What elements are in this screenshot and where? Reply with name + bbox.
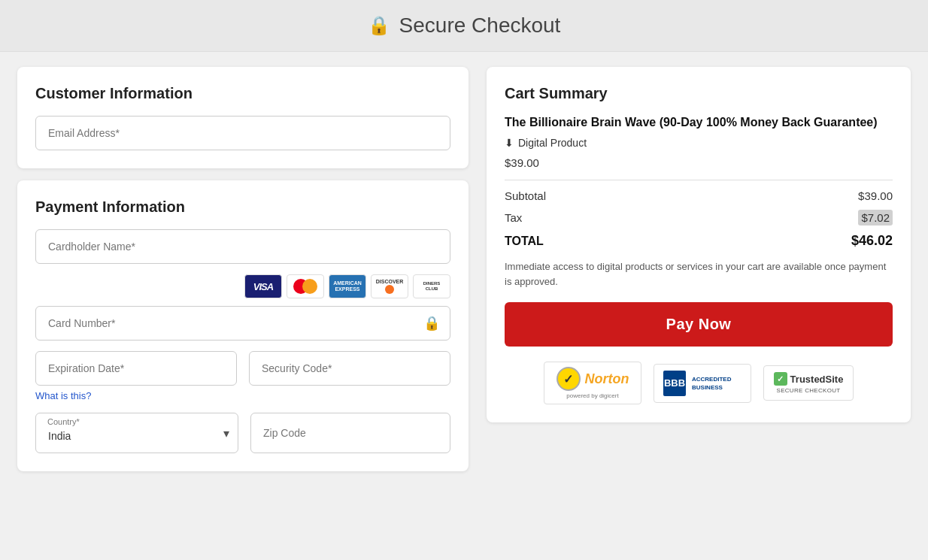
- diners-club-icon: DINERSCLUB: [413, 274, 450, 298]
- total-label: TOTAL: [505, 235, 544, 248]
- digital-product-badge: ⬇ Digital Product: [505, 137, 893, 149]
- trusted-check-icon: ✓: [774, 372, 787, 386]
- customer-section-title: Customer Information: [35, 85, 450, 102]
- zip-code-field[interactable]: [250, 413, 450, 453]
- amex-icon: AMERICANEXPRESS: [329, 274, 366, 298]
- bbb-logo-icon: BBB: [663, 371, 686, 396]
- right-panel: Cart Summary The Billionaire Brain Wave …: [487, 67, 911, 471]
- card-number-wrapper: 🔒: [35, 306, 450, 341]
- tax-value: $7.02: [858, 210, 893, 226]
- product-name: The Billionaire Brain Wave (90-Day 100% …: [505, 114, 893, 131]
- mastercard-icon: [287, 274, 324, 298]
- norton-text: Norton: [585, 371, 629, 387]
- trusted-sub: SECURE CHECKOUT: [777, 387, 841, 394]
- card-number-field[interactable]: [35, 306, 450, 341]
- security-code-field[interactable]: [249, 351, 450, 386]
- bbb-badge: BBB ACCREDITEDBUSINESS: [654, 364, 751, 403]
- left-panel: Customer Information Payment Information…: [17, 67, 469, 471]
- subtotal-value: $39.00: [858, 189, 893, 202]
- bbb-text: ACCREDITEDBUSINESS: [692, 375, 731, 392]
- lock-icon: 🔒: [368, 15, 390, 36]
- payment-section-title: Payment Information: [35, 198, 450, 216]
- cart-summary-card: Cart Summary The Billionaire Brain Wave …: [487, 67, 911, 422]
- norton-checkmark-icon: ✓: [556, 367, 581, 391]
- country-select-wrapper: Country* India United States United King…: [35, 413, 238, 453]
- visa-icon: VISA: [244, 274, 282, 298]
- trust-badges: ✓ Norton powered by digicert BBB ACCREDI…: [505, 362, 893, 404]
- country-zip-row: Country* India United States United King…: [35, 413, 450, 453]
- trusted-top: ✓ TrustedSite: [774, 372, 844, 386]
- main-container: Customer Information Payment Information…: [5, 52, 923, 486]
- cart-title: Cart Summary: [505, 85, 893, 102]
- expiry-security-row: [35, 351, 450, 386]
- access-note: Immediate access to digital products or …: [505, 259, 893, 289]
- divider-1: [505, 180, 893, 180]
- total-row: TOTAL $46.02: [505, 233, 893, 249]
- pay-now-button[interactable]: Pay Now: [505, 302, 893, 347]
- download-icon: ⬇: [505, 137, 514, 149]
- trusted-name: TrustedSite: [790, 374, 844, 385]
- norton-sub: powered by digicert: [566, 392, 618, 399]
- tax-label: Tax: [505, 211, 522, 224]
- cardholder-name-field[interactable]: [35, 229, 450, 264]
- expiry-field[interactable]: [35, 351, 237, 386]
- card-lock-icon: 🔒: [423, 315, 440, 331]
- trusted-site-badge: ✓ TrustedSite SECURE CHECKOUT: [763, 365, 854, 401]
- subtotal-row: Subtotal $39.00: [505, 189, 893, 202]
- payment-info-card: Payment Information VISA AMERICANEXPRESS…: [17, 180, 469, 471]
- card-icons-row: VISA AMERICANEXPRESS DISCOVER DINERSCLUB: [35, 274, 450, 298]
- page-header: 🔒 Secure Checkout: [0, 0, 928, 52]
- what-is-this-link[interactable]: What is this?: [35, 390, 91, 401]
- total-value: $46.02: [851, 233, 893, 249]
- tax-row: Tax $7.02: [505, 210, 893, 226]
- discover-icon: DISCOVER: [371, 274, 408, 298]
- norton-top: ✓ Norton: [556, 367, 629, 391]
- digital-product-label: Digital Product: [518, 137, 587, 149]
- page-title: Secure Checkout: [399, 14, 561, 38]
- norton-badge: ✓ Norton powered by digicert: [544, 362, 641, 404]
- product-price: $39.00: [505, 156, 893, 169]
- subtotal-label: Subtotal: [505, 189, 546, 202]
- email-field[interactable]: [35, 116, 450, 150]
- customer-info-card: Customer Information: [17, 67, 469, 168]
- country-select[interactable]: India United States United Kingdom Canad…: [35, 413, 238, 453]
